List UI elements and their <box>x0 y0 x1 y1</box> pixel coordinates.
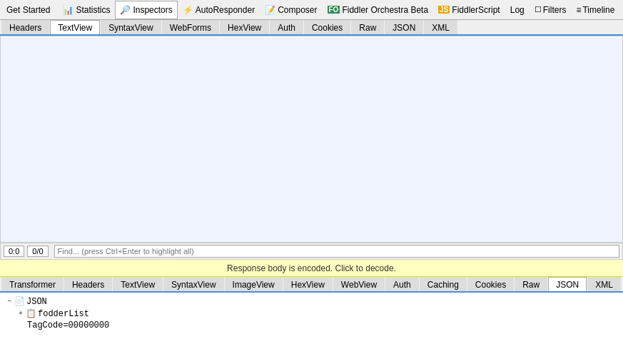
toolbar-get-started[interactable]: Get Started <box>1 1 55 19</box>
notification-text: Response body is encoded. Click to decod… <box>227 263 396 273</box>
tree-fodderlist-label: fodderList <box>38 309 89 319</box>
toolbar-log[interactable]: Log <box>505 1 530 19</box>
lower-tab-headers[interactable]: Headers <box>64 277 112 292</box>
autoresponder-icon: ⚡ <box>183 5 193 15</box>
lower-tab-json[interactable]: JSON <box>548 277 587 292</box>
lower-tab-xml[interactable]: XML <box>587 277 621 292</box>
tree-item-tagcode[interactable]: TagCode=00000000 <box>16 320 619 331</box>
tree-fodderlist-toggle[interactable]: + <box>16 310 26 318</box>
composer-icon: 📝 <box>265 5 275 15</box>
tree-tagcode-toggle <box>16 322 26 330</box>
toolbar-timeline[interactable]: ≡ Timeline <box>571 1 619 19</box>
upper-panel <box>0 36 623 243</box>
lower-panel: − 📄 JSON + 📋 fodderList TagCode=00000000 <box>0 293 623 364</box>
toolbar-inspectors[interactable]: 🔎 Inspectors <box>115 1 177 19</box>
lower-tab-bar: Transformer Headers TextView SyntaxView … <box>0 277 623 293</box>
main-container: Headers TextView SyntaxView WebForms Hex… <box>0 20 623 364</box>
find-input[interactable] <box>54 245 619 258</box>
tree-root-label: JSON <box>26 297 47 307</box>
tree-root-icon: 📄 <box>14 296 25 307</box>
tree-root[interactable]: − 📄 JSON <box>4 295 619 308</box>
toolbar-fiddler-orchestra[interactable]: FO Fiddler Orchestra Beta <box>323 1 434 19</box>
lower-tab-imageview[interactable]: ImageView <box>225 277 283 292</box>
filters-label: Filters <box>543 5 567 15</box>
toolbar-filters[interactable]: ☐ Filters <box>530 1 572 19</box>
fiddlerscript-icon: JS <box>438 6 450 14</box>
get-started-label: Get Started <box>6 5 50 15</box>
toolbar-composer[interactable]: 📝 Composer <box>260 1 322 19</box>
json-tree-view: − 📄 JSON + 📋 fodderList TagCode=00000000 <box>0 293 623 331</box>
tab-syntaxview[interactable]: SyntaxView <box>101 20 161 35</box>
lower-tab-auth[interactable]: Auth <box>385 277 419 292</box>
notification-bar[interactable]: Response body is encoded. Click to decod… <box>0 260 623 277</box>
toolbar-autoresponder[interactable]: ⚡ AutoResponder <box>178 1 260 19</box>
toolbar-statistics[interactable]: 📊 Statistics <box>58 1 115 19</box>
lower-tab-cookies[interactable]: Cookies <box>467 277 514 292</box>
filters-checkbox-icon: ☐ <box>535 5 542 14</box>
composer-label: Composer <box>278 5 317 15</box>
timeline-icon: ≡ <box>576 5 581 15</box>
inspectors-label: Inspectors <box>133 5 172 15</box>
lower-tab-raw[interactable]: Raw <box>515 277 547 292</box>
lower-tab-caching[interactable]: Caching <box>420 277 467 292</box>
lower-tab-hexview[interactable]: HexView <box>283 277 333 292</box>
text-view-content[interactable] <box>1 36 622 242</box>
tree-fodderlist-icon: 📋 <box>26 308 36 319</box>
find-bar: 0:0 0/0 <box>0 243 623 260</box>
inspectors-icon: 🔎 <box>120 5 131 15</box>
tree-root-toggle[interactable]: − <box>4 298 14 305</box>
tree-tagcode-label: TagCode=00000000 <box>27 320 109 330</box>
tab-xml[interactable]: XML <box>424 20 457 35</box>
position-offset: 0/0 <box>27 246 48 257</box>
tab-headers[interactable]: Headers <box>1 20 49 35</box>
cursor-position: 0:0 0/0 <box>4 246 49 257</box>
tab-cookies[interactable]: Cookies <box>304 20 350 35</box>
toolbar-about[interactable]: abou <box>619 1 623 19</box>
fiddlerscript-label: FiddlerScript <box>452 5 500 15</box>
tab-auth[interactable]: Auth <box>270 20 303 35</box>
fiddler-orchestra-label: Fiddler Orchestra Beta <box>342 5 428 15</box>
tab-json[interactable]: JSON <box>385 20 423 35</box>
main-toolbar: Get Started 📊 Statistics 🔎 Inspectors ⚡ … <box>0 0 623 20</box>
tab-raw[interactable]: Raw <box>351 20 384 35</box>
tab-textview[interactable]: TextView <box>50 20 100 35</box>
statistics-label: Statistics <box>76 5 110 15</box>
tab-hexview[interactable]: HexView <box>220 20 269 35</box>
log-label: Log <box>510 5 525 15</box>
tree-root-children: + 📋 fodderList TagCode=00000000 TagMsg=成… <box>4 308 619 331</box>
tree-item-fodderlist[interactable]: + 📋 fodderList <box>16 308 619 320</box>
upper-tab-bar: Headers TextView SyntaxView WebForms Hex… <box>0 20 623 36</box>
autoresponder-label: AutoResponder <box>196 5 255 15</box>
toolbar-fiddlerscript[interactable]: JS FiddlerScript <box>433 1 505 19</box>
statistics-icon: 📊 <box>63 5 74 15</box>
position-row-col: 0:0 <box>4 246 24 257</box>
fiddler-orchestra-icon: FO <box>328 6 340 14</box>
lower-tab-transformer[interactable]: Transformer <box>1 277 64 292</box>
timeline-label: Timeline <box>582 5 614 15</box>
tab-webforms[interactable]: WebForms <box>162 20 219 35</box>
lower-tab-webview[interactable]: WebView <box>333 277 385 292</box>
lower-tab-textview[interactable]: TextView <box>113 277 163 292</box>
lower-tab-syntaxview[interactable]: SyntaxView <box>163 277 223 292</box>
